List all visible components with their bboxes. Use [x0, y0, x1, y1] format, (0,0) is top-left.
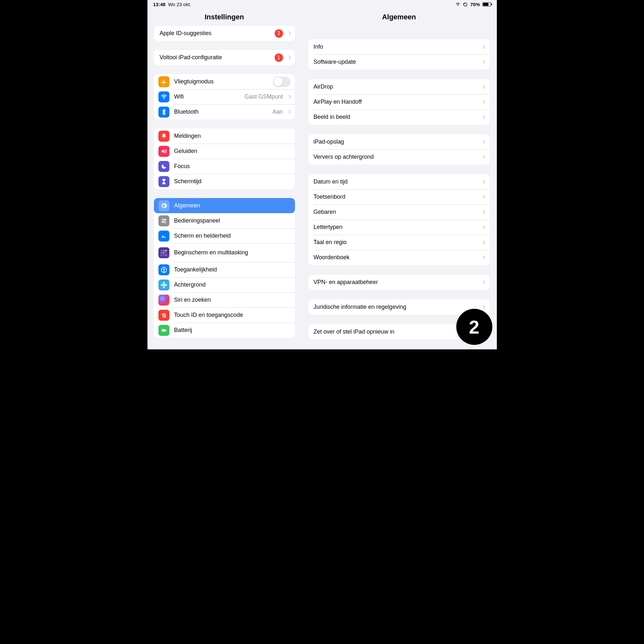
detail-item-legal[interactable]: Juridische informatie en regelgeving — [308, 299, 490, 315]
sidebar-item-apple-id-suggestions[interactable]: Apple ID-suggesties 3 — [154, 26, 295, 41]
chevron-right-icon — [481, 280, 485, 284]
sidebar-item-airplane-mode[interactable]: Vliegtuigmodus — [154, 74, 295, 89]
sidebar-item-wifi[interactable]: Wifi Gast GSMpunt — [154, 89, 295, 104]
detail-title: Algemeen — [301, 10, 497, 26]
chevron-right-icon — [481, 195, 485, 199]
svg-point-10 — [163, 268, 164, 269]
fonts-label: Lettertypen — [314, 224, 479, 231]
sidebar-item-battery[interactable]: Batterij — [154, 323, 295, 338]
battery-icon — [482, 2, 491, 6]
siri-icon — [158, 295, 169, 306]
language-label: Taal en regio — [314, 239, 479, 246]
text-size-icon: AA — [158, 231, 169, 241]
date-time-label: Datum en tijd — [314, 178, 479, 185]
svg-point-14 — [161, 284, 163, 286]
rotation-lock-icon — [463, 2, 468, 7]
notifications-label: Meldingen — [174, 133, 290, 139]
sidebar-item-control-center[interactable]: Bedieningspaneel — [154, 213, 295, 228]
sidebar-item-focus[interactable]: Focus — [154, 159, 295, 174]
detail-item-gestures[interactable]: Gebaren — [308, 204, 490, 220]
chevron-right-icon — [481, 180, 485, 184]
moon-icon — [158, 161, 169, 172]
chevron-right-icon — [481, 210, 485, 214]
bluetooth-value: Aan — [272, 109, 283, 115]
detail-item-pip[interactable]: Beeld in beeld — [308, 109, 490, 125]
sidebar-item-bluetooth[interactable]: Bluetooth Aan — [154, 104, 295, 119]
detail-item-airplay[interactable]: AirPlay en Handoff — [308, 94, 490, 109]
sidebar-item-sounds[interactable]: Geluiden — [154, 144, 295, 159]
gear-icon — [158, 200, 169, 211]
display-label: Scherm en helderheid — [174, 232, 290, 239]
homescreen-label: Beginscherm en multitasking — [174, 246, 290, 260]
info-label: Info — [314, 43, 479, 50]
detail-item-language[interactable]: Taal en regio — [308, 235, 490, 250]
wallpaper-label: Achtergrond — [174, 281, 290, 288]
svg-rect-17 — [166, 330, 166, 331]
sidebar-item-wallpaper[interactable]: Achtergrond — [154, 277, 295, 292]
airplane-icon — [158, 76, 169, 87]
detail-item-vpn[interactable]: VPN- en apparaatbeheer — [308, 275, 490, 290]
hourglass-icon — [158, 176, 169, 187]
legal-label: Juridische informatie en regelgeving — [314, 304, 479, 310]
detail-item-airdrop[interactable]: AirDrop — [308, 79, 490, 94]
general-label: Algemeen — [174, 202, 290, 209]
chevron-right-icon — [481, 255, 485, 260]
focus-label: Focus — [174, 163, 290, 170]
airplane-label: Vliegtuigmodus — [174, 78, 273, 85]
sidebar-title: Instellingen — [147, 10, 301, 26]
sidebar-item-accessibility[interactable]: Toegankelijkheid — [154, 262, 295, 277]
pip-label: Beeld in beeld — [314, 114, 479, 120]
sidebar-item-notifications[interactable]: Meldingen — [154, 128, 295, 144]
svg-point-6 — [164, 221, 166, 223]
settings-sidebar: Instellingen Apple ID-suggesties 3 Volto… — [147, 8, 301, 349]
detail-item-keyboard[interactable]: Toetsenbord — [308, 189, 490, 204]
software-update-label: Software-update — [314, 59, 479, 65]
dictionary-label: Woordenboek — [314, 254, 479, 261]
fingerprint-icon — [158, 310, 169, 321]
transfer-reset-label: Zet over of stel iPad opnieuw in — [314, 328, 479, 335]
detail-item-info[interactable]: Info — [308, 39, 490, 54]
chevron-right-icon — [481, 305, 485, 309]
chevron-right-icon — [481, 100, 485, 104]
detail-item-dictionary[interactable]: Woordenboek — [308, 250, 490, 265]
sidebar-item-screentime[interactable]: Schermtijd — [154, 174, 295, 189]
finish-setup-label: Voltooi iPad-configuratie — [160, 54, 275, 61]
wifi-label: Wifi — [174, 93, 245, 100]
sidebar-item-homescreen[interactable]: Beginscherm en multitasking — [154, 243, 295, 262]
airplane-toggle[interactable] — [273, 77, 290, 87]
detail-item-fonts[interactable]: Lettertypen — [308, 220, 490, 235]
touchid-label: Touch ID en toegangscode — [174, 312, 290, 318]
chevron-right-icon — [481, 155, 485, 159]
accessibility-icon — [158, 264, 169, 275]
svg-point-15 — [165, 284, 167, 286]
detail-item-date-time[interactable]: Datum en tijd — [308, 174, 490, 189]
status-bar: 13:48 Wo 23 okt. 70% — [147, 0, 497, 8]
sidebar-item-general[interactable]: Algemeen — [154, 198, 295, 213]
svg-rect-16 — [161, 329, 166, 331]
sidebar-item-touchid[interactable]: Touch ID en toegangscode — [154, 308, 295, 323]
sidebar-item-siri[interactable]: Siri en zoeken — [154, 292, 295, 308]
sidebar-item-display[interactable]: AA Scherm en helderheid — [154, 228, 295, 243]
detail-pane: Algemeen Info Software-update AirDrop Ai… — [301, 8, 497, 349]
svg-point-0 — [458, 6, 458, 6]
bluetooth-icon — [158, 107, 169, 118]
sidebar-item-finish-setup[interactable]: Voltooi iPad-configuratie 1 — [154, 50, 295, 65]
status-time: 13:48 — [153, 2, 166, 7]
detail-item-software-update[interactable]: Software-update — [308, 54, 490, 70]
control-center-label: Bedieningspaneel — [174, 217, 290, 224]
chevron-right-icon — [481, 60, 485, 64]
battery-pct: 70% — [470, 2, 480, 7]
wifi-icon — [158, 91, 169, 102]
accessibility-label: Toegankelijkheid — [174, 266, 290, 273]
battery-icon — [158, 325, 169, 336]
step-badge: 2 — [456, 309, 492, 345]
detail-item-background-refresh[interactable]: Ververs op achtergrond — [308, 149, 490, 165]
chevron-right-icon — [287, 55, 291, 60]
battery-label: Batterij — [174, 327, 290, 334]
detail-item-storage[interactable]: iPad-opslag — [308, 134, 490, 149]
airplay-label: AirPlay en Handoff — [314, 99, 479, 105]
keyboard-label: Toetsenbord — [314, 194, 479, 200]
flower-icon — [158, 279, 169, 290]
svg-point-12 — [163, 282, 165, 284]
sounds-label: Geluiden — [174, 148, 290, 155]
